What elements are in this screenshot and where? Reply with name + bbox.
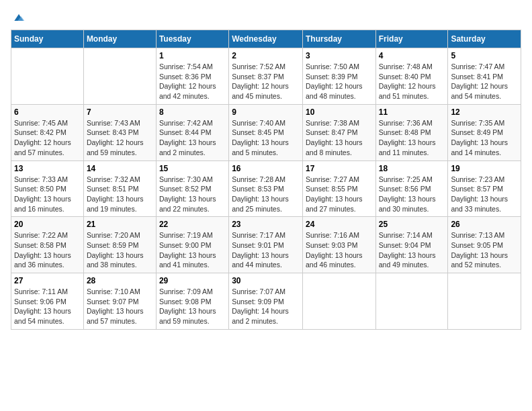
day-info: Sunrise: 7:33 AMSunset: 8:50 PMDaylight:…	[14, 175, 81, 214]
day-info: Sunrise: 7:40 AMSunset: 8:45 PMDaylight:…	[232, 118, 300, 158]
calendar-cell: 6Sunrise: 7:45 AMSunset: 8:42 PMDaylight…	[11, 104, 84, 161]
day-number: 28	[87, 276, 153, 285]
day-number: 8	[159, 107, 226, 117]
day-number: 14	[87, 164, 153, 173]
calendar-cell: 26Sunrise: 7:13 AMSunset: 9:05 PMDayligh…	[448, 217, 521, 273]
day-number: 11	[379, 107, 445, 117]
calendar-cell: 14Sunrise: 7:32 AMSunset: 8:51 PMDayligh…	[83, 161, 156, 217]
calendar-cell: 10Sunrise: 7:38 AMSunset: 8:47 PMDayligh…	[302, 104, 375, 161]
day-info: Sunrise: 7:25 AMSunset: 8:56 PMDaylight:…	[379, 175, 445, 214]
day-number: 1	[159, 51, 226, 60]
day-number: 6	[14, 107, 81, 117]
calendar-cell: 25Sunrise: 7:14 AMSunset: 9:04 PMDayligh…	[375, 217, 448, 273]
day-info: Sunrise: 7:32 AMSunset: 8:51 PMDaylight:…	[87, 175, 153, 214]
calendar-cell: 19Sunrise: 7:23 AMSunset: 8:57 PMDayligh…	[448, 161, 521, 217]
calendar-cell	[375, 273, 448, 330]
calendar-cell: 4Sunrise: 7:48 AMSunset: 8:40 PMDaylight…	[375, 48, 448, 105]
day-number: 15	[159, 164, 226, 173]
day-number: 7	[87, 107, 153, 117]
day-header-sunday: Sunday	[11, 30, 84, 48]
calendar-cell: 2Sunrise: 7:52 AMSunset: 8:37 PMDaylight…	[229, 48, 303, 105]
logo-icon	[12, 11, 26, 24]
calendar-cell: 23Sunrise: 7:17 AMSunset: 9:01 PMDayligh…	[229, 217, 303, 273]
logo	[11, 11, 26, 24]
day-info: Sunrise: 7:54 AMSunset: 8:36 PMDaylight:…	[159, 62, 226, 101]
calendar-cell: 16Sunrise: 7:28 AMSunset: 8:53 PMDayligh…	[229, 161, 303, 217]
day-number: 23	[232, 220, 300, 229]
calendar-cell: 12Sunrise: 7:35 AMSunset: 8:49 PMDayligh…	[448, 104, 521, 161]
calendar-cell: 11Sunrise: 7:36 AMSunset: 8:48 PMDayligh…	[375, 104, 448, 161]
day-number: 16	[232, 164, 300, 173]
calendar-cell: 1Sunrise: 7:54 AMSunset: 8:36 PMDaylight…	[156, 48, 228, 105]
calendar-week-5: 27Sunrise: 7:11 AMSunset: 9:06 PMDayligh…	[11, 273, 521, 330]
day-number: 24	[306, 220, 373, 229]
day-number: 26	[451, 220, 518, 229]
day-info: Sunrise: 7:20 AMSunset: 8:59 PMDaylight:…	[87, 230, 153, 270]
day-header-friday: Friday	[375, 30, 448, 48]
calendar-cell: 29Sunrise: 7:09 AMSunset: 9:08 PMDayligh…	[156, 273, 228, 330]
calendar-cell	[448, 273, 521, 330]
calendar-week-3: 13Sunrise: 7:33 AMSunset: 8:50 PMDayligh…	[11, 161, 521, 217]
day-info: Sunrise: 7:19 AMSunset: 9:00 PMDaylight:…	[159, 230, 226, 270]
calendar-cell: 15Sunrise: 7:30 AMSunset: 8:52 PMDayligh…	[156, 161, 228, 217]
day-info: Sunrise: 7:22 AMSunset: 8:58 PMDaylight:…	[14, 230, 81, 270]
day-info: Sunrise: 7:16 AMSunset: 9:03 PMDaylight:…	[306, 230, 373, 270]
day-number: 10	[306, 107, 373, 117]
day-info: Sunrise: 7:23 AMSunset: 8:57 PMDaylight:…	[451, 175, 518, 214]
day-info: Sunrise: 7:42 AMSunset: 8:44 PMDaylight:…	[159, 118, 226, 158]
day-number: 27	[14, 276, 81, 285]
day-number: 29	[159, 276, 226, 285]
day-number: 30	[232, 276, 300, 285]
day-number: 18	[379, 164, 445, 173]
calendar-cell: 30Sunrise: 7:07 AMSunset: 9:09 PMDayligh…	[229, 273, 303, 330]
day-number: 13	[14, 164, 81, 173]
day-number: 12	[451, 107, 518, 117]
day-info: Sunrise: 7:36 AMSunset: 8:48 PMDaylight:…	[379, 118, 445, 158]
day-info: Sunrise: 7:09 AMSunset: 9:08 PMDaylight:…	[159, 287, 226, 326]
day-number: 25	[379, 220, 445, 229]
day-info: Sunrise: 7:50 AMSunset: 8:39 PMDaylight:…	[306, 62, 373, 101]
calendar-cell	[11, 48, 84, 105]
day-info: Sunrise: 7:10 AMSunset: 9:07 PMDaylight:…	[87, 287, 153, 326]
day-info: Sunrise: 7:45 AMSunset: 8:42 PMDaylight:…	[14, 118, 81, 158]
day-info: Sunrise: 7:52 AMSunset: 8:37 PMDaylight:…	[232, 62, 300, 101]
day-info: Sunrise: 7:28 AMSunset: 8:53 PMDaylight:…	[232, 175, 300, 214]
day-info: Sunrise: 7:13 AMSunset: 9:05 PMDaylight:…	[451, 230, 518, 270]
calendar-cell: 3Sunrise: 7:50 AMSunset: 8:39 PMDaylight…	[302, 48, 375, 105]
day-info: Sunrise: 7:07 AMSunset: 9:09 PMDaylight:…	[232, 287, 300, 326]
day-info: Sunrise: 7:38 AMSunset: 8:47 PMDaylight:…	[306, 118, 373, 158]
day-info: Sunrise: 7:47 AMSunset: 8:41 PMDaylight:…	[451, 62, 518, 101]
calendar-cell	[83, 48, 156, 105]
calendar-cell: 24Sunrise: 7:16 AMSunset: 9:03 PMDayligh…	[302, 217, 375, 273]
day-header-tuesday: Tuesday	[156, 30, 228, 48]
calendar-week-2: 6Sunrise: 7:45 AMSunset: 8:42 PMDaylight…	[11, 104, 521, 161]
day-number: 20	[14, 220, 81, 229]
day-number: 17	[306, 164, 373, 173]
day-number: 9	[232, 107, 300, 117]
calendar-cell: 18Sunrise: 7:25 AMSunset: 8:56 PMDayligh…	[375, 161, 448, 217]
calendar-cell: 9Sunrise: 7:40 AMSunset: 8:45 PMDaylight…	[229, 104, 303, 161]
calendar-week-4: 20Sunrise: 7:22 AMSunset: 8:58 PMDayligh…	[11, 217, 521, 273]
calendar-cell: 20Sunrise: 7:22 AMSunset: 8:58 PMDayligh…	[11, 217, 84, 273]
day-number: 3	[306, 51, 373, 60]
day-number: 22	[159, 220, 226, 229]
calendar-week-1: 1Sunrise: 7:54 AMSunset: 8:36 PMDaylight…	[11, 48, 521, 105]
day-info: Sunrise: 7:43 AMSunset: 8:43 PMDaylight:…	[87, 118, 153, 158]
day-info: Sunrise: 7:14 AMSunset: 9:04 PMDaylight:…	[379, 230, 445, 270]
day-info: Sunrise: 7:17 AMSunset: 9:01 PMDaylight:…	[232, 230, 300, 270]
day-info: Sunrise: 7:48 AMSunset: 8:40 PMDaylight:…	[379, 62, 445, 101]
calendar-cell: 21Sunrise: 7:20 AMSunset: 8:59 PMDayligh…	[83, 217, 156, 273]
calendar-cell: 7Sunrise: 7:43 AMSunset: 8:43 PMDaylight…	[83, 104, 156, 161]
calendar-cell: 17Sunrise: 7:27 AMSunset: 8:55 PMDayligh…	[302, 161, 375, 217]
day-header-wednesday: Wednesday	[229, 30, 303, 48]
day-number: 21	[87, 220, 153, 229]
calendar-cell	[302, 273, 375, 330]
calendar-cell: 13Sunrise: 7:33 AMSunset: 8:50 PMDayligh…	[11, 161, 84, 217]
day-info: Sunrise: 7:35 AMSunset: 8:49 PMDaylight:…	[451, 118, 518, 158]
day-number: 4	[379, 51, 445, 60]
calendar-cell: 27Sunrise: 7:11 AMSunset: 9:06 PMDayligh…	[11, 273, 84, 330]
calendar-cell: 22Sunrise: 7:19 AMSunset: 9:00 PMDayligh…	[156, 217, 228, 273]
calendar-body: 1Sunrise: 7:54 AMSunset: 8:36 PMDaylight…	[11, 48, 521, 330]
calendar-cell: 5Sunrise: 7:47 AMSunset: 8:41 PMDaylight…	[448, 48, 521, 105]
calendar-table: SundayMondayTuesdayWednesdayThursdayFrid…	[11, 30, 521, 330]
